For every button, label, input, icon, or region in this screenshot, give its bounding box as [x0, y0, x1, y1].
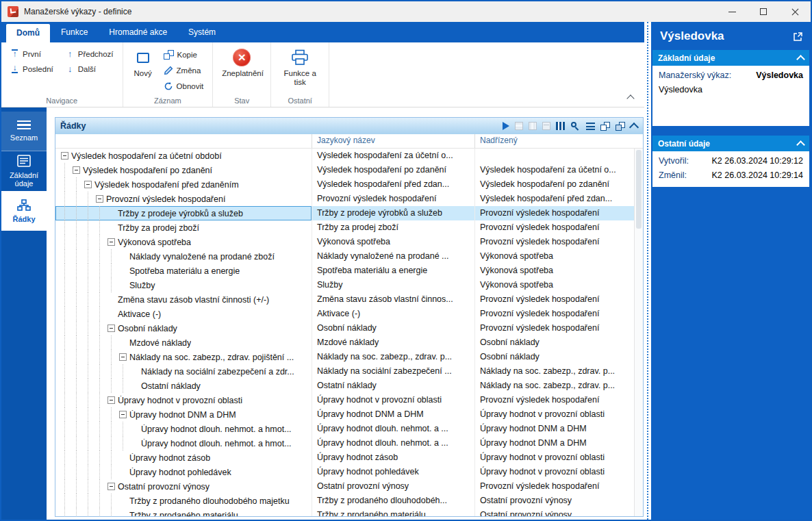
- tab-funkce[interactable]: Funkce: [51, 22, 98, 42]
- tree-row[interactable]: Úpravy hodnot DNM a DHMÚpravy hodnot DNM…: [55, 407, 643, 422]
- collapse-toggle-icon[interactable]: [84, 181, 92, 188]
- column-header-parent[interactable]: Nadřízený: [474, 134, 643, 148]
- collapse-toggle-icon[interactable]: [119, 411, 127, 418]
- close-button[interactable]: [779, 1, 811, 22]
- tree-row[interactable]: Úpravy hodnot zásobÚpravy hodnot zásobÚp…: [55, 450, 643, 465]
- minimize-button[interactable]: [716, 1, 748, 22]
- panel-splitter[interactable]: [644, 22, 651, 520]
- tree-row[interactable]: Tržby z prodaného materiáluTržby z proda…: [55, 508, 643, 516]
- tree-guide: [84, 264, 96, 278]
- new-label: Nový: [134, 69, 151, 78]
- last-button[interactable]: Poslední: [5, 62, 58, 76]
- tree-guide: [107, 249, 119, 264]
- collapse-toggle-icon[interactable]: [107, 483, 115, 490]
- tree-row[interactable]: Ostatní provozní výnosyOstatní provozní …: [55, 479, 643, 494]
- new-window-icon[interactable]: [600, 122, 610, 131]
- popout-button[interactable]: [791, 30, 804, 42]
- tree-guide: [107, 436, 119, 450]
- sidebar-item-radky[interactable]: Řádky: [1, 191, 47, 231]
- tree-row[interactable]: Výsledek hospodaření před zdaněnímVýsled…: [55, 177, 643, 192]
- maximize-button[interactable]: [748, 1, 779, 22]
- tree-guide: [61, 393, 73, 407]
- tree-guide: [96, 292, 107, 307]
- refresh-label: Obnovit: [177, 82, 204, 90]
- tree-row[interactable]: Ostatní nákladyOstatní nákladyNáklady na…: [55, 379, 643, 393]
- tree-guide: [73, 422, 84, 436]
- ribbon-group-navigace: První Předchozí Poslední Další: [1, 42, 123, 107]
- tree-guide: [96, 249, 107, 264]
- copy-button[interactable]: Kopie: [159, 47, 209, 62]
- column-header-language-name[interactable]: Jazykový název: [312, 134, 474, 148]
- collapse-toggle-icon[interactable]: [107, 238, 115, 246]
- previous-button[interactable]: Předchozí: [61, 47, 118, 61]
- tree-row[interactable]: Výsledek hospodaření po zdaněníVýsledek …: [55, 163, 643, 177]
- tree-row[interactable]: Výsledek hospodaření za účetní obdobíVýs…: [55, 149, 643, 163]
- tree-guide: [73, 307, 84, 321]
- tree-row[interactable]: Náklady na soc. zabezp., zdrav. pojištěn…: [55, 350, 643, 364]
- sidebar-item-zakladni-udaje[interactable]: Základní údaje: [1, 151, 47, 191]
- zoom-settings-icon[interactable]: [570, 121, 581, 131]
- tree-guide: [96, 407, 107, 422]
- collapse-toggle-icon[interactable]: [107, 396, 115, 404]
- tree-guide: [61, 407, 73, 422]
- tree-row[interactable]: Změna stavu zásob vlastní činnosti (+/-)…: [55, 292, 643, 307]
- menu-icon[interactable]: [586, 123, 595, 130]
- cell-parent-name: Úpravy hodnot v provozní oblasti: [474, 407, 643, 422]
- new-button[interactable]: Nový: [127, 45, 159, 78]
- cell-language-name: Úpravy hodnot DNM a DHM: [312, 407, 474, 422]
- tree-row[interactable]: Mzdové nákladyMzdové nákladyOsobní nákla…: [55, 335, 643, 350]
- tree-row[interactable]: Tržby z prodeje výrobků a služebTržby z …: [55, 206, 643, 220]
- tree-row[interactable]: Osobní nákladyOsobní nákladyProvozní výs…: [55, 321, 643, 335]
- next-button[interactable]: Další: [61, 62, 118, 76]
- tree-row[interactable]: Aktivace (-)Aktivace (-)Provozní výslede…: [55, 307, 643, 321]
- tree-row[interactable]: Náklady na sociální zabezpečení a zdr...…: [55, 364, 643, 379]
- row-title: Výsledek hospodaření za účetní období: [71, 151, 222, 161]
- tab-system[interactable]: Systém: [178, 22, 226, 42]
- collapse-toggle-icon[interactable]: [73, 166, 80, 174]
- duplicate-window-icon[interactable]: [616, 122, 625, 131]
- tree-row[interactable]: Spotřeba materiálu a energieSpotřeba mat…: [55, 264, 643, 278]
- tree-row[interactable]: Úpravy hodnot dlouh. nehmot. a hmot...Úp…: [55, 422, 643, 436]
- first-button[interactable]: První: [5, 47, 58, 61]
- tab-hromadne-akce[interactable]: Hromadné akce: [99, 22, 177, 42]
- functions-print-button[interactable]: Funkce a tisk: [275, 45, 325, 87]
- section-other-header[interactable]: Ostatní údaje: [652, 136, 809, 151]
- collapse-toggle-icon[interactable]: [119, 353, 127, 361]
- cell-language-name: Tržby z prodaného materiálu: [312, 508, 474, 516]
- tree-row[interactable]: Výkonová spotřebaVýkonová spotřebaProvoz…: [55, 235, 643, 249]
- tree-row[interactable]: Provozní výsledek hospodařeníProvozní vý…: [55, 192, 643, 206]
- run-icon[interactable]: [503, 122, 509, 130]
- change-button[interactable]: Změna: [159, 63, 209, 77]
- collapse-icon[interactable]: [629, 123, 639, 132]
- tree-guide: [84, 220, 96, 235]
- sidebar-item-seznam[interactable]: Seznam: [1, 112, 47, 151]
- collapse-toggle-icon[interactable]: [107, 325, 115, 332]
- collapse-toggle-icon[interactable]: [61, 152, 68, 160]
- tree-guide: [119, 379, 131, 393]
- cell-parent-name: Osobní náklady: [474, 350, 643, 364]
- cell-language-name: Úpravy hodnot v provozní oblasti: [312, 393, 474, 407]
- vertical-scrollbar[interactable]: [634, 149, 643, 516]
- grid-caption-bar: Řádky: [55, 118, 643, 134]
- tree-row[interactable]: Úpravy hodnot v provozní oblastiÚpravy h…: [55, 393, 643, 407]
- tree-row[interactable]: Úpravy hodnot pohledávekÚpravy hodnot po…: [55, 465, 643, 479]
- tree-row[interactable]: Náklady vynaložené na prodané zbožíNákla…: [55, 249, 643, 264]
- collapse-toggle-icon[interactable]: [96, 195, 103, 203]
- cell-language-name: Ostatní provozní výnosy: [312, 479, 474, 494]
- tree-row[interactable]: Úpravy hodnot dlouh. nehmot. a hmot...Úp…: [55, 436, 643, 450]
- invalidate-button[interactable]: Zneplatnění: [217, 45, 266, 78]
- column-header-tree[interactable]: [55, 134, 312, 148]
- refresh-button[interactable]: Obnovit: [159, 79, 209, 93]
- tree-row[interactable]: Tržby z prodaného dlouhodobého majetkuTr…: [55, 494, 643, 508]
- tree-guide: [84, 249, 96, 264]
- scrollbar-thumb[interactable]: [636, 150, 642, 229]
- tab-domu[interactable]: Domů: [6, 24, 50, 42]
- section-basic-header[interactable]: Základní údaje: [652, 50, 809, 66]
- columns-icon[interactable]: [556, 122, 565, 130]
- tree-row[interactable]: Tržby za prodej zbožíTržby za prodej zbo…: [55, 220, 643, 235]
- tree-guide: [84, 206, 96, 220]
- tree-guide: [107, 364, 119, 379]
- ribbon-collapse-button[interactable]: [625, 93, 636, 101]
- tree-row[interactable]: SlužbySlužbyVýkonová spotřeba: [55, 278, 643, 292]
- main-area: Domů Funkce Hromadné akce Systém První P…: [1, 22, 644, 520]
